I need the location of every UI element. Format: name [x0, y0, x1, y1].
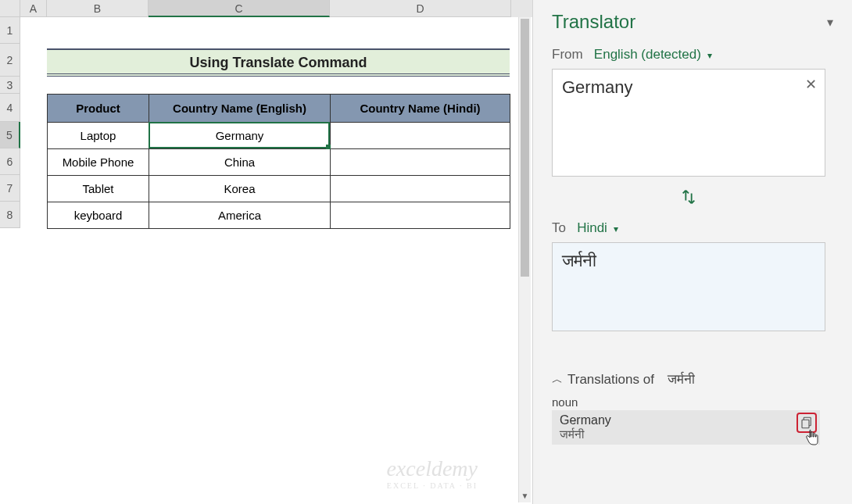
watermark-main: exceldemy — [386, 456, 478, 481]
pane-title: Translator — [552, 11, 635, 33]
scrollbar-thumb[interactable] — [521, 19, 529, 277]
cell-english[interactable]: America — [149, 202, 331, 229]
header-english[interactable]: Country Name (English) — [149, 95, 331, 123]
row-header-5[interactable]: 5 — [0, 122, 20, 148]
header-hindi[interactable]: Country Name (Hindi) — [331, 95, 510, 123]
scroll-down-arrow[interactable]: ▼ — [519, 490, 531, 502]
row-headers: 1 2 3 4 5 6 7 8 — [0, 17, 20, 228]
cell-product[interactable]: Mobile Phone — [48, 149, 149, 176]
watermark-sub: EXCEL · DATA · BI — [386, 481, 478, 490]
part-of-speech-label: noun — [552, 395, 825, 409]
row-header-4[interactable]: 4 — [0, 94, 20, 122]
col-header-c[interactable]: C — [149, 0, 330, 17]
chevron-down-icon[interactable]: ▾ — [611, 223, 618, 234]
cell-hindi[interactable] — [331, 202, 510, 229]
translation-suggestion[interactable]: Germany जर्मनी — [552, 410, 820, 445]
translations-header[interactable]: ︿ Translations of जर्मनी — [552, 372, 825, 388]
table-row: keyboard America — [48, 202, 510, 229]
cell-english[interactable]: Korea — [149, 176, 331, 202]
suggestion-word: Germany — [560, 413, 812, 427]
to-label: To — [552, 220, 566, 235]
cell-hindi[interactable] — [331, 176, 510, 202]
cell-product[interactable]: keyboard — [48, 202, 149, 229]
copy-icon — [800, 416, 814, 430]
from-language[interactable]: English (detected) — [594, 47, 701, 62]
data-table: Product Country Name (English) Country N… — [47, 94, 510, 229]
chevron-down-icon[interactable]: ▾ — [705, 50, 712, 61]
translations-section: ︿ Translations of जर्मनी noun Germany जर… — [552, 372, 825, 445]
cell-english[interactable]: China — [149, 149, 331, 176]
select-all-corner[interactable] — [0, 0, 20, 17]
row-header-3[interactable]: 3 — [0, 77, 20, 94]
pane-title-row: Translator ▾ — [552, 11, 833, 33]
pane-menu-button[interactable]: ▾ — [827, 15, 833, 30]
translations-of-word: जर्मनी — [668, 372, 695, 388]
grid-body[interactable]: Using Translate Command Product Country … — [20, 17, 532, 504]
to-language[interactable]: Hindi — [577, 220, 607, 235]
watermark: exceldemy EXCEL · DATA · BI — [386, 456, 478, 490]
cursor-pointer-icon — [804, 429, 820, 449]
to-language-row[interactable]: To Hindi ▾ — [552, 220, 833, 236]
swap-row — [552, 188, 825, 209]
translator-pane: Translator ▾ From English (detected) ▾ G… — [533, 0, 852, 504]
swap-icon — [680, 188, 697, 206]
col-header-b[interactable]: B — [47, 0, 149, 17]
row-header-2[interactable]: 2 — [0, 44, 20, 77]
suggestion-subword: जर्मनी — [560, 427, 812, 441]
table-header-row: Product Country Name (English) Country N… — [48, 95, 510, 123]
cell-product[interactable]: Laptop — [48, 123, 149, 149]
row-header-6[interactable]: 6 — [0, 148, 20, 175]
source-text-box[interactable]: Germany ✕ — [552, 69, 825, 177]
translated-text: जर्मनी — [562, 251, 596, 270]
chevron-up-icon: ︿ — [552, 373, 563, 387]
table-row: Laptop Germany — [48, 123, 510, 149]
app-root: A B C D 1 2 3 4 5 6 7 8 Using Translate … — [0, 0, 852, 504]
col-header-d[interactable]: D — [330, 0, 511, 17]
from-label: From — [552, 47, 583, 62]
row-header-1[interactable]: 1 — [0, 17, 20, 44]
header-product[interactable]: Product — [48, 95, 149, 123]
translations-label: Translations of — [567, 372, 654, 388]
title-banner: Using Translate Command — [47, 48, 510, 77]
row-header-7[interactable]: 7 — [0, 175, 20, 202]
vertical-scrollbar[interactable]: ▲ ▼ — [518, 17, 531, 502]
row-header-8[interactable]: 8 — [0, 202, 20, 228]
from-language-row[interactable]: From English (detected) ▾ — [552, 47, 833, 63]
column-headers: A B C D — [0, 0, 532, 17]
swap-languages-button[interactable] — [680, 188, 697, 209]
translated-text-box[interactable]: जर्मनी — [552, 242, 825, 331]
source-text: Germany — [562, 77, 632, 97]
svg-rect-1 — [802, 420, 809, 428]
table-row: Tablet Korea — [48, 176, 510, 202]
table-row: Mobile Phone China — [48, 149, 510, 176]
col-header-a[interactable]: A — [20, 0, 47, 17]
cell-product[interactable]: Tablet — [48, 176, 149, 202]
cell-hindi[interactable] — [331, 123, 510, 149]
cell-english[interactable]: Germany — [149, 123, 331, 149]
cell-hindi[interactable] — [331, 149, 510, 176]
clear-source-button[interactable]: ✕ — [805, 76, 817, 93]
spreadsheet: A B C D 1 2 3 4 5 6 7 8 Using Translate … — [0, 0, 533, 504]
